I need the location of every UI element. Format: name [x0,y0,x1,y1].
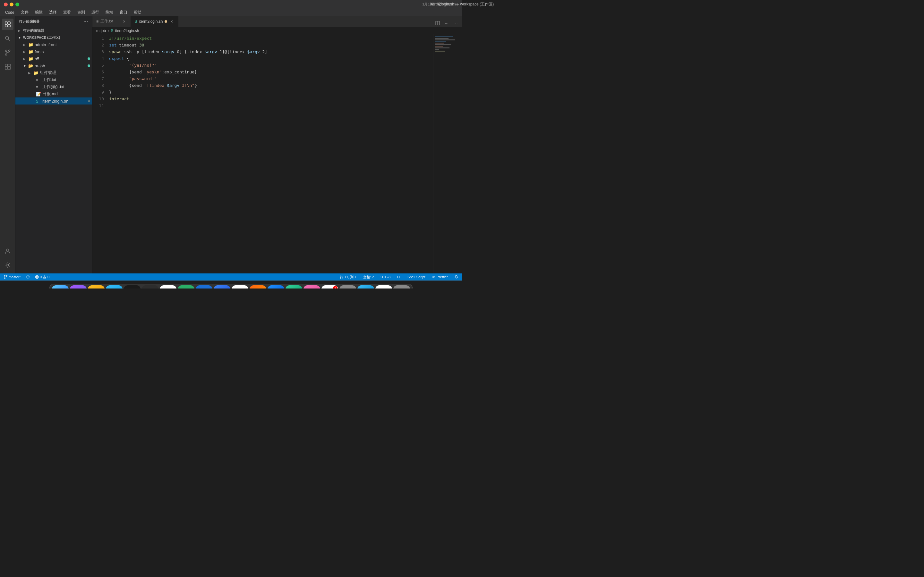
tab-close-button[interactable]: × [169,19,174,24]
dock-trash[interactable]: 🗑️ [393,285,410,289]
close-button[interactable] [4,3,8,6]
menu-run[interactable]: 运行 [89,9,102,16]
dock-notes[interactable]: 📋 [88,285,105,289]
sidebar-open-editors[interactable]: ▶ 打开的编辑器 [15,27,92,34]
git-branch[interactable]: master* [3,274,22,280]
menu-select[interactable]: 选择 [47,9,59,16]
file-label: 工作(新) .txt [42,84,92,90]
menu-terminal[interactable]: 终端 [103,9,116,16]
breadcrumb-separator: › [108,29,109,33]
modified-badge [87,57,90,60]
dock-chrome[interactable] [232,285,248,289]
line-ending[interactable]: LF [396,274,402,280]
dock-terminal[interactable]: $_ [124,285,141,289]
traffic-lights[interactable] [4,3,19,6]
tab-label: 工作.txt [100,19,113,24]
indentation[interactable]: 空格: 2 [362,274,375,280]
folder-label: h5 [35,56,87,61]
menu-help[interactable]: 帮助 [131,9,144,16]
dock-filezilla[interactable]: 📁 1 [321,285,338,289]
line-ending-label: LF [397,275,401,279]
dock-xcode[interactable]: ⟨/⟩ [268,285,284,289]
language-mode[interactable]: Shell Script [406,274,427,280]
sidebar-item-fonts[interactable]: ▶ 📁 fonts [15,48,92,55]
sidebar-item-work-txt[interactable]: ▶ ≡ 工作.txt [15,76,92,83]
activity-explorer[interactable] [2,19,13,30]
sidebar-header-actions[interactable]: ··· [83,19,88,24]
sidebar-item-daily-report[interactable]: ▶ 📝 日报.md [15,90,92,97]
dock-appstore[interactable]: 🅰️ [106,285,123,289]
svg-rect-10 [8,64,10,66]
breadcrumb: m-job › $ iterm2login.sh [92,27,462,34]
minimap [433,34,459,274]
sidebar-item-components[interactable]: ▶ 📁 组件管理 [15,69,92,76]
sidebar-item-work-new-txt[interactable]: ▶ ≡ 工作(新) .txt [15,83,92,90]
chevron-down-icon: ▼ [18,36,23,39]
window-title: iterm2login.sh — workspace (工作区) [430,2,462,7]
dock-reminders[interactable]: 📋 [375,285,392,289]
activity-source-control[interactable] [2,47,13,58]
menu-file[interactable]: 文件 [18,9,31,16]
sidebar-item-m-job[interactable]: ▼ 📂 m-job [15,62,92,69]
folder-icon: 📁 [28,49,33,54]
menu-window[interactable]: 窗口 [117,9,130,16]
menu-view[interactable]: 查看 [61,9,73,16]
menu-code[interactable]: Code [3,10,17,15]
formatter[interactable]: Prettier [431,274,449,280]
dock-paw[interactable]: 🐾 [304,285,320,289]
encoding[interactable]: UTF-8 [379,274,392,280]
sidebar-item-iterm2login[interactable]: ▶ $ iterm2login.sh U [15,97,92,105]
language-label: Shell Script [407,275,425,279]
menu-edit[interactable]: 编辑 [32,9,45,16]
dock-lark[interactable]: ✈ [214,285,230,289]
activity-account[interactable] [2,245,13,257]
sync-icon[interactable] [25,274,31,280]
cursor-position[interactable]: 行 11, 列 1 [338,274,358,280]
dock-finder[interactable]: 🔵 [52,285,69,289]
sidebar-header: 打开的编辑器 ··· [15,16,92,27]
minimize-button[interactable] [10,3,13,6]
chevron-right-icon: ▶ [23,57,28,61]
dock-mail[interactable]: ✉️ [357,285,374,289]
activity-settings[interactable] [2,259,13,271]
breadcrumb-part-mjob[interactable]: m-job [96,29,106,33]
bell-icon[interactable] [453,274,459,280]
dock-launchpad[interactable]: ⊞ [70,285,87,289]
dock-textedit[interactable]: 📄 [160,285,176,289]
svg-rect-2 [5,25,7,27]
svg-point-24 [45,278,45,278]
dock-sysprefs[interactable]: ⚙️ [339,285,356,289]
errors-count[interactable]: 0 0 [34,274,51,280]
dock-wechat[interactable]: 💬 [178,285,194,289]
sidebar-item-h5[interactable]: ▶ 📁 h5 [15,55,92,62]
maximize-button[interactable] [15,3,19,6]
sidebar-workspace[interactable]: ▼ WORKSPACE (工作区) [15,34,92,41]
code-line-11 [108,102,433,109]
sidebar: 打开的编辑器 ··· ▶ 打开的编辑器 ▼ WORKSPACE (工作区) ▶ … [15,16,92,274]
dock-iterm[interactable]: >_ [142,285,158,289]
activity-search[interactable] [2,33,13,44]
breadcrumb-part-filename[interactable]: iterm2login.sh [115,29,139,33]
split-editor-button[interactable] [434,19,441,27]
svg-rect-12 [8,67,10,69]
more-actions-button[interactable]: ··· [443,19,451,27]
menu-goto[interactable]: 转到 [75,9,87,16]
warnings-label: 0 [47,275,49,279]
sidebar-more-icon[interactable]: ··· [83,19,88,24]
activity-extensions[interactable] [2,61,13,73]
tab-close-button[interactable]: × [121,19,127,24]
tab-work-txt[interactable]: ≡ 工作.txt × [92,16,131,27]
shell-icon: $ [135,19,137,24]
titlebar: iterm2login.sh — workspace (工作区) 1月15日 周… [0,0,462,9]
scrollbar[interactable] [459,34,462,274]
even-more-button[interactable]: ⋯ [452,19,459,27]
code-editor[interactable]: #!/usr/bin/expect set timeout 30 spawn s… [108,34,433,274]
markdown-icon: 📝 [36,92,41,97]
dock-maps[interactable]: 📍 [286,285,302,289]
tab-iterm2login[interactable]: $ iterm2login.sh × [131,16,178,27]
sidebar-item-admin-front[interactable]: ▶ 📁 admin_front [15,41,92,48]
code-line-6: {send "yes\n";exp_continue} [108,69,433,75]
dock-firefox[interactable]: 🦊 [250,285,266,289]
svg-rect-0 [5,22,7,24]
dock-qq[interactable]: 🐧 [196,285,212,289]
